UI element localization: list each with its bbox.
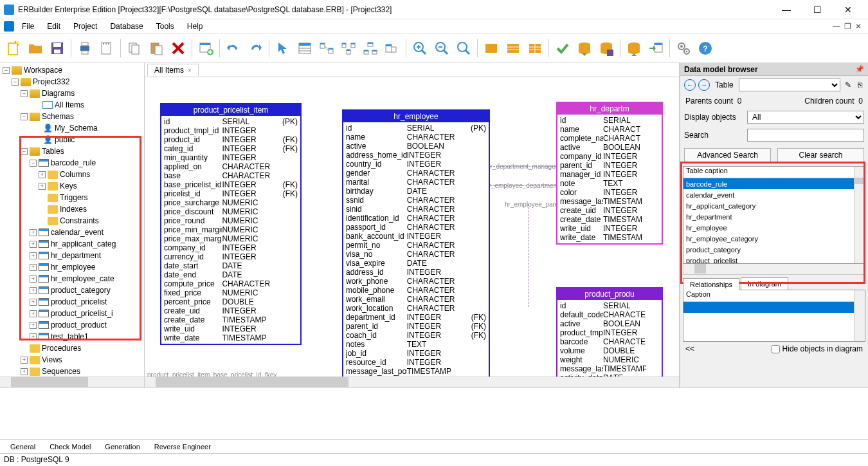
clear-search-button[interactable]: Clear search — [777, 148, 864, 162]
bottom-tab-reverse[interactable]: Reverse Engineer — [148, 442, 217, 452]
advanced-search-button[interactable]: Advanced Search — [684, 148, 771, 162]
view-mode-3-icon[interactable] — [525, 39, 545, 58]
tree-toggle[interactable]: + — [30, 264, 37, 271]
tree-toggle[interactable]: − — [30, 160, 37, 167]
tree-toggle[interactable]: + — [30, 333, 37, 340]
list-item[interactable]: hr_department — [683, 211, 865, 222]
table-select[interactable] — [739, 79, 840, 91]
export-table-icon[interactable] — [646, 39, 665, 58]
settings-icon[interactable] — [674, 39, 693, 58]
view-mode-1-icon[interactable] — [482, 39, 501, 58]
relation-self-icon[interactable] — [383, 39, 402, 58]
mdi-minimize[interactable]: — — [833, 22, 840, 31]
tree-table-item[interactable]: product_product — [51, 321, 107, 330]
menu-tools[interactable]: Tools — [151, 21, 179, 32]
tree-procedures[interactable]: Procedures — [42, 344, 81, 353]
reverse-db-icon[interactable] — [624, 39, 644, 58]
tree-toggle[interactable]: + — [21, 368, 28, 375]
close-tab-icon[interactable]: × — [188, 67, 192, 74]
tab-relationships[interactable]: Relationships — [683, 278, 739, 290]
copy-icon[interactable] — [125, 39, 144, 58]
print-icon[interactable] — [75, 39, 95, 58]
nav-back-icon[interactable]: ← — [684, 79, 696, 91]
menu-file[interactable]: File — [17, 21, 39, 32]
tree-allitems[interactable]: All Items — [55, 100, 84, 109]
hide-objects-checkbox[interactable] — [772, 345, 780, 353]
bottom-tab-check[interactable]: Check Model — [43, 442, 97, 452]
tree-sub[interactable]: Keys — [60, 182, 77, 191]
tree-table-item[interactable]: hr_applicant_categ — [51, 239, 116, 248]
help-icon[interactable]: ? — [696, 39, 715, 58]
tree-sub[interactable]: Columns — [60, 170, 90, 179]
list-item[interactable]: barcode_rule — [683, 178, 865, 189]
tree-table-item[interactable]: calendar_event — [51, 228, 104, 237]
tree-table-item[interactable]: hr_department — [51, 251, 101, 260]
tree-toggle[interactable]: − — [3, 67, 10, 74]
mdi-restore[interactable]: ❐ — [844, 22, 851, 31]
relationship-item[interactable] — [683, 302, 865, 313]
tree-sub[interactable]: Constraints — [60, 216, 99, 225]
display-select[interactable]: All — [747, 111, 864, 124]
undo-icon[interactable] — [224, 39, 243, 58]
tree-public[interactable]: public — [55, 135, 75, 144]
tree-table-item[interactable]: hr_employee — [51, 263, 95, 272]
tree-table-item[interactable]: product_pricelist — [51, 297, 107, 306]
pin-icon[interactable]: 📌 — [855, 65, 864, 73]
er-table-hr-department[interactable]: hr_departm idSERIALnameCHARACTcomplete_n… — [556, 102, 663, 245]
bottom-tab-generation[interactable]: Generation — [98, 442, 146, 452]
rel-vscroll[interactable] — [854, 290, 865, 341]
relation-tree-icon[interactable] — [361, 39, 380, 58]
tree-myschema[interactable]: My_Schema — [55, 124, 98, 133]
tree-workspace[interactable]: Workspace — [24, 66, 62, 75]
maximize-button[interactable]: ☐ — [808, 5, 827, 15]
tree-sequences[interactable]: Sequences — [42, 367, 80, 376]
view-mode-2-icon[interactable] — [503, 39, 523, 58]
list-item[interactable]: hr_applicant_category — [683, 200, 865, 211]
tree-toggle[interactable]: + — [21, 357, 28, 364]
tree-table-item[interactable]: barcode_rule — [51, 158, 96, 167]
tree-toggle[interactable]: − — [21, 148, 28, 155]
save-icon[interactable] — [48, 39, 67, 58]
diagram-tab[interactable]: All Items × — [147, 64, 199, 76]
tree-hscroll[interactable] — [0, 377, 144, 387]
menu-help[interactable]: Help — [182, 21, 208, 32]
nav-forward-icon[interactable]: → — [698, 79, 710, 91]
delete-icon[interactable] — [168, 39, 188, 58]
tree-toggle[interactable]: − — [21, 113, 28, 120]
mdi-close[interactable]: ✕ — [855, 22, 862, 31]
tree-toggle[interactable]: + — [30, 252, 37, 259]
list-item[interactable]: calendar_event — [683, 189, 865, 200]
redo-icon[interactable] — [246, 39, 265, 58]
tree-schemas[interactable]: Schemas — [42, 112, 74, 121]
object-tree[interactable]: −Workspace −Project332 −Diagrams All Ite… — [0, 63, 144, 378]
tree-toggle[interactable]: − — [12, 79, 19, 86]
zoom-fit-icon[interactable] — [454, 39, 473, 58]
goto-icon[interactable]: ⎘ — [856, 80, 864, 89]
er-table-product-product[interactable]: product_produ idSERIALdefault_codeCHARAC… — [556, 287, 663, 377]
canvas-hscroll[interactable] — [145, 377, 679, 387]
zoom-in-icon[interactable] — [410, 39, 429, 58]
list-item[interactable]: product_pricelist — [683, 255, 865, 264]
tree-toggle[interactable]: − — [21, 90, 28, 97]
new-project-icon[interactable] — [4, 39, 23, 58]
tree-table-item[interactable]: product_category — [51, 286, 111, 295]
tree-tables[interactable]: Tables — [42, 147, 64, 156]
tree-table-item[interactable]: test_table1 — [51, 332, 89, 341]
relationship-list[interactable]: Caption — [683, 290, 865, 342]
list-item[interactable]: hr_employee_category — [683, 233, 865, 244]
list-header[interactable]: Table caption — [683, 167, 865, 178]
tree-diagrams[interactable]: Diagrams — [42, 89, 75, 98]
menu-edit[interactable]: Edit — [42, 21, 66, 32]
tree-sub[interactable]: Indexes — [60, 205, 87, 214]
tree-toggle[interactable]: + — [30, 310, 37, 317]
tree-toggle[interactable]: + — [39, 171, 46, 178]
tree-views[interactable]: Views — [42, 355, 62, 364]
tree-project[interactable]: Project332 — [33, 77, 69, 86]
sync-db-icon[interactable] — [597, 39, 616, 58]
zoom-out-icon[interactable] — [432, 39, 451, 58]
tree-toggle[interactable]: + — [30, 299, 37, 306]
tree-sub[interactable]: Triggers — [60, 193, 88, 202]
tree-toggle[interactable]: + — [30, 287, 37, 294]
generate-db-icon[interactable] — [575, 39, 594, 58]
bottom-tab-general[interactable]: General — [4, 442, 42, 452]
